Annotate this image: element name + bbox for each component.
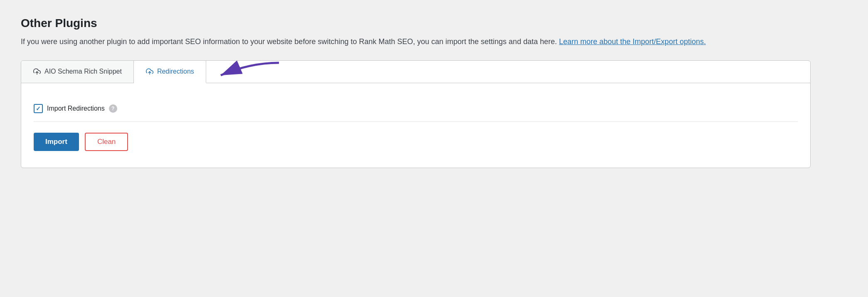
upload-cloud-icon-2: [145, 67, 154, 76]
tab-aio-schema[interactable]: AIO Schema Rich Snippet: [21, 61, 134, 83]
description-text: If you were using another plugin to add …: [21, 37, 557, 46]
tabs-header: AIO Schema Rich Snippet Redirections: [21, 61, 810, 83]
help-icon[interactable]: ?: [109, 104, 117, 113]
action-row: Import Clean: [34, 122, 798, 155]
tab-redirections-label: Redirections: [157, 68, 194, 75]
tab-redirections[interactable]: Redirections: [134, 61, 206, 83]
tab-content: ✓ Import Redirections ? Import Clean: [21, 83, 810, 168]
import-redirections-checkbox-wrapper[interactable]: ✓ Import Redirections: [34, 104, 105, 113]
clean-button[interactable]: Clean: [85, 133, 128, 151]
page-title: Other Plugins: [21, 17, 811, 30]
upload-cloud-icon-1: [33, 67, 41, 76]
tabs-wrapper: AIO Schema Rich Snippet Redirections: [21, 61, 810, 83]
import-redirections-checkbox[interactable]: ✓: [34, 104, 43, 113]
page-description: If you were using another plugin to add …: [21, 36, 811, 48]
tab-aio-schema-label: AIO Schema Rich Snippet: [44, 68, 122, 75]
checkmark-icon: ✓: [36, 105, 41, 112]
plugin-panel: AIO Schema Rich Snippet Redirections: [21, 60, 811, 168]
import-button[interactable]: Import: [34, 133, 79, 151]
page-container: Other Plugins If you were using another …: [21, 17, 811, 168]
learn-more-link[interactable]: Learn more about the Import/Export optio…: [559, 37, 706, 46]
option-row-import-redirections: ✓ Import Redirections ?: [34, 96, 798, 122]
import-redirections-label: Import Redirections: [47, 105, 105, 112]
